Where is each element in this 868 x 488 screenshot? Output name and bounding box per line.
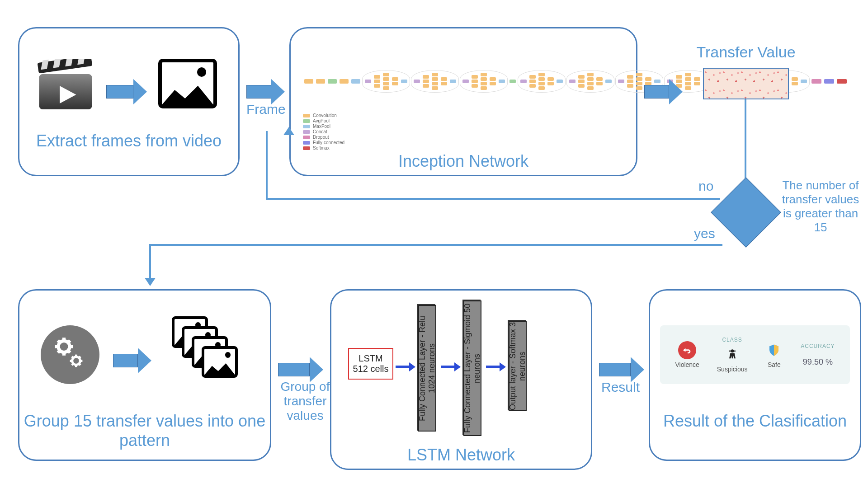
arrow-icon [278,357,323,382]
arrow-icon [246,79,285,104]
accuracy-value: 99.50 % [803,357,833,367]
group-caption: Group 15 transfer values into one patter… [23,411,267,450]
arrow-icon [599,357,644,382]
arrowhead-icon [145,278,156,286]
result-arrow-label: Result [601,380,640,395]
class-label: Violence [675,361,699,368]
arrow-icon [106,79,147,104]
legend-item: Softmax [313,145,330,150]
svg-line-14 [58,351,60,353]
legend-item: Dropout [313,135,329,140]
inception-caption: Inception Network [289,151,637,171]
svg-line-23 [72,364,73,365]
transfer-value-graphic [703,68,789,99]
connector-line [266,131,268,200]
gears-icon [41,325,99,384]
class-label: Suspicious [717,366,748,373]
svg-line-15 [68,341,71,343]
extract-frames-caption: Extract frames from video [23,131,235,150]
result-panel: Violence CLASS Suspicious Safe ACCURACY … [660,325,850,384]
svg-line-12 [68,351,71,353]
legend-item: Fully connected [313,140,344,145]
arrow-icon [113,348,151,373]
lstm-cell-block: LSTM 512 cells [348,348,393,380]
connector-line [149,244,151,280]
arrow-icon [441,362,461,371]
image-frame-icon [158,59,217,108]
legend-item: MaxPool [313,124,330,129]
legend-item: AvgPool [313,118,330,123]
inception-architecture-graphic: /*loop placeholder*/ [303,54,628,108]
svg-point-7 [58,341,70,352]
accuracy-header: ACCURACY [801,343,835,349]
arrow-icon [644,79,683,104]
svg-line-22 [72,357,73,358]
connector-line [745,99,746,185]
fc-sigmoid-layer: Fully Connected Layer - Sigmoid 50 neuro… [463,300,481,436]
connector-line [266,198,720,200]
output-softmax-layer: Output layer - Softmax 3 neurons [509,321,527,411]
legend-item: Convolution [313,113,337,118]
svg-point-16 [72,357,80,365]
svg-rect-26 [729,351,736,352]
arrowhead-icon [283,127,294,135]
suspicious-icon [723,346,741,364]
class-label: Safe [768,361,781,368]
safe-icon [765,341,783,359]
image-stack-icon [172,316,244,384]
lstm-network-box [330,289,592,470]
group-arrow-label: Group of transfer values [271,380,339,423]
decision-no-label: no [698,178,713,194]
arrow-icon [486,362,506,371]
lstm-caption: LSTM Network [330,445,592,465]
violence-icon [678,341,696,359]
inception-legend: Convolution AvgPool MaxPool Concat Dropo… [303,113,344,150]
result-caption: Result of the Clasification [653,411,857,431]
decision-text: The number of transfer values is greater… [778,178,863,235]
svg-line-21 [79,364,80,365]
svg-line-13 [58,341,60,343]
clapperboard-icon [36,59,95,113]
svg-line-24 [79,357,80,358]
legend-item: Concat [313,129,327,134]
transfer-value-label: Transfer Value [687,43,805,61]
connector-line [149,244,722,246]
frame-arrow-label: Frame [246,102,286,117]
arrow-icon [396,362,415,371]
decision-diamond [711,177,781,248]
class-header: CLASS [722,337,742,343]
decision-yes-label: yes [694,226,715,241]
fc-relu-layer: Fully Connected Layer - Relu 1024 neuron… [418,305,436,432]
